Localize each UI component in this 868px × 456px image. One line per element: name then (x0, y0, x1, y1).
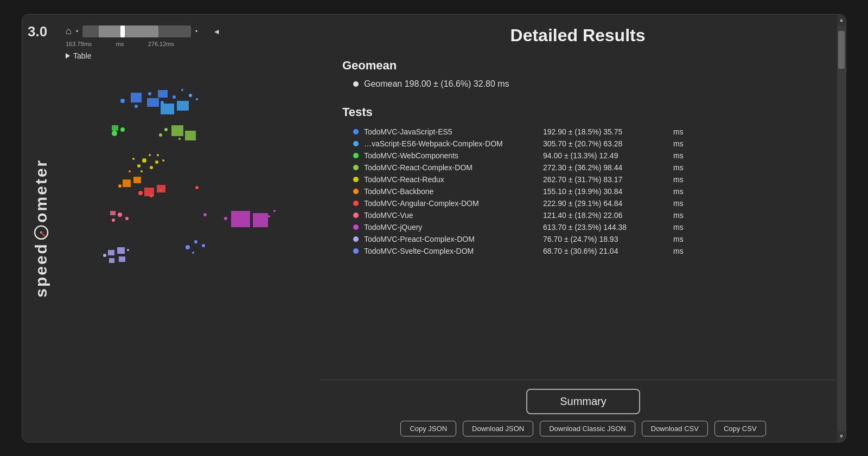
brand-text: speed ometer (32, 159, 50, 298)
tests-title: Tests (342, 105, 813, 119)
test-value: 613.70 ± (23.5%) 144.38 (543, 223, 668, 232)
end-marker: ◄ (213, 27, 220, 36)
test-color-bullet (353, 213, 359, 218)
bottom-section: Summary Copy JSON Download JSON Download… (321, 380, 846, 442)
test-rows: TodoMVC-JavaScript-ES5 192.90 ± (18.5%) … (342, 126, 813, 257)
geomean-title: Geomean (342, 59, 813, 73)
copy-csv-button[interactable]: Copy CSV (714, 421, 766, 436)
test-row: TodoMVC-Svelte-Complex-DOM 68.70 ± (30.6… (342, 245, 813, 257)
test-value: 222.90 ± (29.1%) 64.84 (543, 199, 668, 208)
summary-button[interactable]: Summary (526, 389, 640, 414)
table-toggle[interactable]: Table (66, 52, 310, 60)
scroll-thumb[interactable] (838, 31, 845, 69)
svg-point-43 (112, 219, 115, 222)
test-unit: ms (673, 139, 684, 148)
download-classic-json-button[interactable]: Download Classic JSON (540, 421, 635, 436)
svg-rect-13 (177, 101, 189, 111)
svg-point-40 (150, 194, 153, 197)
test-value: 68.70 ± (30.6%) 21.04 (543, 247, 668, 255)
svg-point-21 (159, 133, 162, 137)
svg-point-6 (120, 99, 125, 103)
svg-rect-48 (253, 213, 268, 227)
test-name: TodoMVC-Svelte-Complex-DOM (364, 247, 538, 255)
test-unit: ms (673, 163, 684, 172)
test-value: 155.10 ± (19.9%) 30.84 (543, 187, 668, 196)
timeline-icons: ⌂ • • ◄ (66, 25, 310, 37)
test-name: TodoMVC-Vue (364, 211, 538, 220)
test-name: …vaScript-ES6-Webpack-Complex-DOM (364, 139, 538, 148)
svg-point-10 (173, 95, 176, 99)
test-color-bullet (353, 248, 359, 254)
test-value: 76.70 ± (24.7%) 18.93 (543, 235, 668, 243)
test-value: 94.00 ± (13.3%) 12.49 (543, 151, 668, 160)
timeline-labels: 163.79ms ms 276.12ms (66, 41, 174, 47)
svg-rect-20 (185, 131, 196, 140)
test-unit: ms (673, 223, 684, 232)
svg-point-59 (186, 245, 190, 249)
timeline-area: ⌂ • • ◄ 163.79ms ms 276.12ms Table (66, 25, 310, 60)
scroll-down-arrow[interactable]: ▼ (837, 431, 846, 442)
test-row: …vaScript-ES6-Webpack-Complex-DOM 305.70… (342, 138, 813, 150)
svg-point-42 (195, 186, 199, 189)
test-color-bullet (353, 201, 359, 206)
left-panel: ⌂ • • ◄ 163.79ms ms 276.12ms Table (60, 15, 321, 442)
svg-point-24 (137, 164, 141, 168)
test-name: TodoMVC-React-Complex-DOM (364, 163, 538, 172)
test-name: TodoMVC-Preact-Complex-DOM (364, 235, 538, 243)
test-row: TodoMVC-jQuery 613.70 ± (23.5%) 144.38 m… (342, 221, 813, 233)
svg-rect-18 (112, 125, 118, 131)
table-toggle-label: Table (73, 52, 91, 60)
svg-rect-33 (123, 179, 131, 187)
scrollbar[interactable]: ▲ ▼ (837, 15, 846, 442)
timeline-slider[interactable] (82, 25, 191, 37)
speedometer-icon (34, 225, 49, 240)
svg-rect-38 (157, 185, 165, 192)
svg-point-8 (148, 92, 151, 95)
svg-rect-53 (108, 250, 114, 255)
svg-point-32 (132, 158, 135, 160)
speed-text: speed (32, 242, 50, 298)
svg-rect-56 (119, 256, 125, 262)
main-content: ⌂ • • ◄ 163.79ms ms 276.12ms Table (60, 15, 846, 442)
svg-point-22 (164, 128, 168, 131)
svg-rect-34 (133, 177, 141, 183)
svg-point-51 (273, 210, 276, 212)
download-json-button[interactable]: Download JSON (463, 421, 533, 436)
test-name: TodoMVC-Angular-Complex-DOM (364, 199, 538, 208)
svg-line-2 (41, 233, 44, 236)
svg-point-26 (150, 166, 153, 169)
download-csv-button[interactable]: Download CSV (642, 421, 708, 436)
test-unit: ms (673, 151, 684, 160)
geomean-bullet (353, 81, 359, 87)
svg-rect-3 (131, 93, 142, 102)
tests-section: Tests TodoMVC-JavaScript-ES5 192.90 ± (1… (342, 105, 813, 257)
svg-point-36 (129, 170, 131, 172)
speedometer-logo: 3.0 speed ometer (22, 15, 60, 442)
test-name: TodoMVC-Backbone (364, 187, 538, 196)
svg-rect-54 (117, 247, 125, 254)
test-value: 305.70 ± (20.7%) 63.28 (543, 139, 668, 148)
test-row: TodoMVC-WebComponents 94.00 ± (13.3%) 12… (342, 150, 813, 162)
svg-rect-19 (171, 125, 183, 136)
test-unit: ms (673, 187, 684, 196)
test-color-bullet (353, 141, 359, 146)
right-section: Detailed Results Geomean Geomean 198.00 … (321, 15, 846, 442)
test-value: 121.40 ± (18.2%) 22.06 (543, 211, 668, 220)
action-buttons: Copy JSON Download JSON Download Classic… (400, 421, 765, 436)
svg-point-23 (178, 138, 181, 140)
main-container: 3.0 speed ometer ⌂ • (22, 14, 846, 442)
test-row: TodoMVC-React-Complex-DOM 272.30 ± (36.2… (342, 162, 813, 174)
test-unit: ms (673, 127, 684, 136)
copy-json-button[interactable]: Copy JSON (400, 421, 456, 436)
toggle-icon (66, 53, 70, 59)
svg-point-62 (192, 252, 194, 254)
svg-point-41 (159, 189, 162, 191)
svg-rect-46 (110, 211, 116, 215)
geomean-text: Geomean 198.00 ± (16.6%) 32.80 ms (364, 79, 509, 89)
left-sidebar: 3.0 speed ometer (22, 15, 60, 442)
scroll-up-arrow[interactable]: ▲ (837, 15, 846, 25)
svg-point-35 (118, 184, 122, 188)
test-unit: ms (673, 211, 684, 220)
svg-point-45 (125, 217, 129, 220)
svg-point-57 (103, 254, 106, 257)
